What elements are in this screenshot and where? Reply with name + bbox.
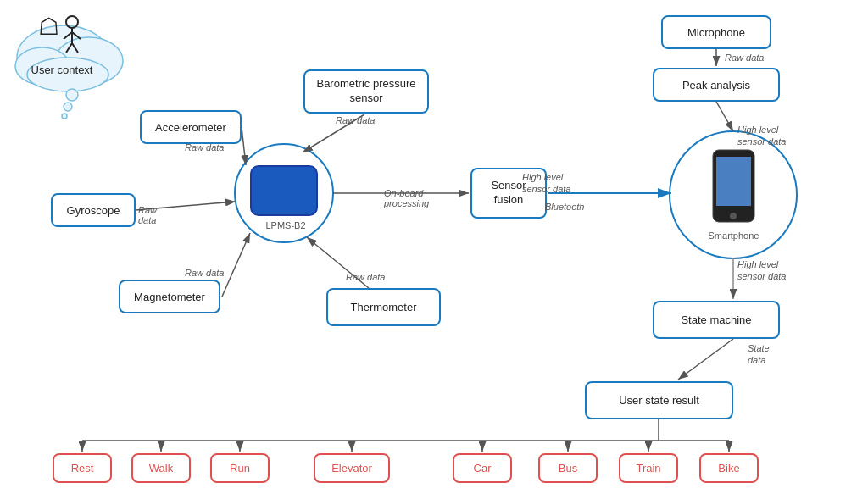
train-box: Train — [619, 453, 678, 483]
bus-box: Bus — [538, 453, 598, 483]
on-board-label: On-boardprocessing — [384, 188, 429, 208]
svg-line-17 — [716, 102, 733, 131]
raw-data-accel-label: Raw data — [185, 142, 224, 152]
svg-rect-37 — [716, 157, 751, 206]
lpms-label: LPMS-B2 — [248, 220, 324, 230]
svg-point-38 — [730, 213, 737, 219]
diagram: ☖ User context Accelerometer Gyroscope M… — [0, 0, 868, 499]
rest-box: Rest — [53, 453, 112, 483]
gyroscope-box: Gyroscope — [51, 193, 136, 227]
high-level-3-label: High levelsensor data — [737, 258, 786, 283]
svg-line-33 — [72, 32, 81, 39]
elevator-box: Elevator — [314, 453, 390, 483]
run-box: Run — [210, 453, 270, 483]
thermometer-box: Thermometer — [326, 288, 441, 326]
magnetometer-box: Magnetometer — [119, 280, 220, 313]
car-box: Car — [453, 453, 512, 483]
svg-line-34 — [66, 43, 72, 53]
svg-line-9 — [242, 127, 246, 165]
svg-line-11 — [222, 233, 250, 297]
svg-point-6 — [62, 114, 67, 119]
microphone-box: Microphone — [661, 15, 771, 49]
state-data-label: Statedata — [748, 342, 770, 367]
person-figure — [25, 15, 119, 59]
raw-data-thermo-label: Raw data — [346, 272, 385, 282]
accelerometer-box: Accelerometer — [140, 110, 242, 144]
lpms-device — [250, 165, 318, 216]
smartphone-label: Smartphone — [709, 230, 760, 241]
state-machine-box: State machine — [653, 301, 780, 339]
svg-line-19 — [678, 339, 733, 380]
barometric-box: Barometric pressure sensor — [303, 69, 429, 114]
bike-box: Bike — [699, 453, 759, 483]
user-context-label: User context — [15, 64, 108, 76]
high-level-2-label: High levelsensor data — [737, 124, 786, 148]
raw-data-mag-label: Raw data — [185, 268, 224, 278]
svg-point-5 — [64, 103, 72, 111]
raw-data-mic-label: Raw data — [725, 53, 764, 63]
svg-point-30 — [66, 16, 78, 28]
raw-data-baro-label: Raw data — [336, 115, 375, 125]
svg-line-32 — [64, 32, 72, 39]
svg-point-4 — [66, 89, 78, 101]
svg-line-35 — [72, 43, 78, 53]
bluetooth-label: Bluetooth — [545, 202, 584, 212]
raw-data-gyro-label: Rawdata — [138, 205, 157, 225]
peak-analysis-box: Peak analysis — [653, 68, 780, 102]
smartphone-image: Smartphone — [706, 148, 761, 241]
user-state-result-box: User state result — [585, 381, 733, 419]
walk-box: Walk — [131, 453, 191, 483]
high-level-1-label: High levelsensor data — [522, 171, 570, 196]
